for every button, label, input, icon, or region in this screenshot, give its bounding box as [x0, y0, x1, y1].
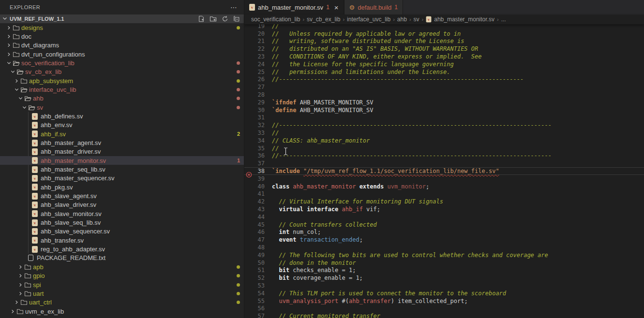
code-line-42[interactable]: 42 // Virtual Interface for monitoring D… — [244, 198, 644, 205]
tree-folder-spi[interactable]: spi — [0, 280, 244, 289]
line-number: 50 — [258, 260, 265, 266]
tree-folder-designs[interactable]: designs — [0, 23, 244, 32]
tree-file-ahb_master_agent.sv[interactable]: vahb_master_agent.sv — [0, 138, 244, 147]
code-line-38[interactable]: 38`include "/tmp/uvm_ref_flow_1.1/soc_ve… — [244, 167, 644, 175]
tree-folder-uart[interactable]: uart — [0, 289, 244, 298]
code-line-41[interactable]: 41 — [244, 190, 644, 198]
code-line-34[interactable]: 34// CLASS: ahb_master_monitor — [244, 137, 644, 145]
breadcrumb-item[interactable]: sv — [414, 16, 419, 23]
code-line-22[interactable]: 22// distributed on an "AS IS" BASIS, WI… — [244, 45, 644, 53]
code-line-26[interactable]: 26//------------------------------------… — [244, 76, 644, 84]
code-line-53[interactable]: 53 — [244, 282, 644, 289]
breadcrumb-item[interactable]: interface_uvc_lib — [347, 16, 390, 23]
tree-file-ahb_pkg.sv[interactable]: vahb_pkg.sv — [0, 183, 244, 191]
line-number: 43 — [258, 206, 265, 213]
tab-ahb-master-monitor[interactable]: v ahb_master_monitor.sv 1 × — [244, 0, 344, 14]
code-line-57[interactable]: 57 // Current monitored transfer — [244, 312, 644, 318]
tree-folder-sv_cb_ex_lib[interactable]: sv_cb_ex_lib — [0, 68, 244, 76]
code-line-45[interactable]: 45 // Count transfers collected — [244, 221, 644, 229]
tree-folder-gpio[interactable]: gpio — [0, 272, 244, 280]
tree-folder-sv[interactable]: sv — [0, 103, 244, 112]
workspace-section-header[interactable]: UVM_REF_FLOW_1.1 — [0, 14, 244, 23]
code-line-51[interactable]: 51 bit checks_enable = 1; — [244, 267, 644, 275]
code-line-33[interactable]: 33// — [244, 129, 644, 137]
code-line-29[interactable]: 29`ifndef AHB_MASTER_MONITOR_SV — [244, 99, 644, 106]
code-line-23[interactable]: 23// CONDITIONS OF ANY KIND, either expr… — [244, 53, 644, 60]
breadcrumb-item[interactable]: sv_cb_ex_lib — [307, 16, 340, 23]
tree-file-ahb_slave_agent.sv[interactable]: vahb_slave_agent.sv — [0, 191, 244, 200]
close-icon[interactable]: × — [334, 3, 339, 12]
collapse-all-icon[interactable] — [233, 15, 240, 22]
tree-folder-dvt_run_configurations[interactable]: dvt_run_configurations — [0, 50, 244, 58]
tree-folder-uart_ctrl[interactable]: uart_ctrl — [0, 298, 244, 307]
tree-file-ahb_slave_driver.sv[interactable]: vahb_slave_driver.sv — [0, 201, 244, 209]
code-line-25[interactable]: 25// permissions and limitations under t… — [244, 68, 644, 76]
tree-folder-apb_subsystem[interactable]: apb_subsystem — [0, 76, 244, 85]
code-line-56[interactable]: 56 — [244, 305, 644, 313]
refresh-icon[interactable] — [222, 15, 228, 22]
tree-file-reg_to_ahb_adapter.sv[interactable]: vreg_to_ahb_adapter.sv — [0, 245, 244, 254]
tree-file-ahb_master_seq_lib.sv[interactable]: vahb_master_seq_lib.sv — [0, 165, 244, 173]
code-line-21[interactable]: 21// writing, software distributed under… — [244, 38, 644, 45]
code-line-47[interactable]: 47 event transaction_ended; — [244, 236, 644, 244]
tree-folder-apb[interactable]: apb — [0, 262, 244, 271]
code-line-31[interactable]: 31 — [244, 114, 644, 122]
code-line-44[interactable]: 44 — [244, 213, 644, 221]
tree-item-label: ahb_master_seq_lib.sv — [41, 166, 244, 173]
new-file-icon[interactable] — [198, 15, 205, 22]
sv-file-icon: v — [32, 175, 41, 182]
breadcrumb-item[interactable]: soc_verification_lib — [251, 16, 300, 23]
tree-folder-ahb[interactable]: ahb — [0, 94, 244, 103]
code-line-37[interactable]: 37 — [244, 159, 644, 167]
tree-file-ahb_slave_seq_lib.sv[interactable]: vahb_slave_seq_lib.sv — [0, 218, 244, 227]
code-line-39[interactable]: 39 — [244, 175, 644, 183]
new-folder-icon[interactable] — [210, 15, 217, 22]
tree-file-ahb_defines.sv[interactable]: vahb_defines.sv — [0, 112, 244, 120]
explorer-header: EXPLORER ⋯ — [0, 0, 244, 14]
breadcrumb-more[interactable]: ... — [501, 16, 506, 23]
code-line-36[interactable]: 36//------------------------------------… — [244, 152, 644, 160]
code-line-32[interactable]: 32//------------------------------------… — [244, 121, 644, 129]
explorer-more-actions-icon[interactable]: ⋯ — [230, 5, 237, 10]
modified-dot-error — [237, 88, 240, 91]
code-line-50[interactable]: 50 // done in the monitor — [244, 259, 644, 267]
code-area[interactable]: 19//20// Unless required by applicable l… — [244, 14, 644, 318]
code-line-43[interactable]: 43 virtual interface ahb_if vif; — [244, 205, 644, 213]
code-line-28[interactable]: 28 — [244, 91, 644, 99]
code-line-20[interactable]: 20// Unless required by applicable law o… — [244, 30, 644, 38]
line-number: 35 — [258, 145, 265, 152]
tree-folder-uvm_e_ex_lib[interactable]: uvm_e_ex_lib — [0, 307, 244, 316]
tree-file-ahb_transfer.sv[interactable]: vahb_transfer.sv — [0, 236, 244, 245]
tree-file-ahb_master_sequencer.sv[interactable]: vahb_master_sequencer.sv — [0, 174, 244, 183]
code-line-52[interactable]: 52 bit coverage_enable = 1; — [244, 274, 644, 282]
tree-file-ahb_slave_monitor.sv[interactable]: vahb_slave_monitor.sv — [0, 209, 244, 218]
breadcrumb: soc_verification_lib›sv_cb_ex_lib›interf… — [244, 14, 644, 24]
breadcrumb-file[interactable]: ahb_master_monitor.sv — [434, 16, 494, 23]
tree-file-PACKAGE_README.txt[interactable]: PACKAGE_README.txt — [0, 254, 244, 262]
code-line-48[interactable]: 48 — [244, 244, 644, 251]
breadcrumb-item[interactable]: ahb — [397, 16, 407, 23]
code-line-35[interactable]: 35// — [244, 145, 644, 152]
tree-folder-dvt_diagrams[interactable]: dvt_diagrams — [0, 41, 244, 50]
code-line-30[interactable]: 30`define AHB_MASTER_MONITOR_SV — [244, 106, 644, 114]
line-number: 57 — [258, 313, 265, 318]
tree-folder-soc_verification_lib[interactable]: soc_verification_lib — [0, 58, 244, 67]
tree-file-ahb_slave_sequencer.sv[interactable]: vahb_slave_sequencer.sv — [0, 227, 244, 236]
code-line-24[interactable]: 24// the License for the specific langua… — [244, 60, 644, 68]
tree-file-ahb_if.sv[interactable]: vahb_if.sv2 — [0, 130, 244, 138]
code-line-49[interactable]: 49 // The following two bits are used to… — [244, 251, 644, 259]
code-line-54[interactable]: 54 // This TLM port is used to connect t… — [244, 289, 644, 297]
tree-folder-interface_uvc_lib[interactable]: interface_uvc_lib — [0, 85, 244, 94]
tree-file-ahb_env.sv[interactable]: vahb_env.sv — [0, 121, 244, 130]
tree-file-ahb_master_monitor.sv[interactable]: vahb_master_monitor.sv1 — [0, 156, 244, 165]
line-content: class ahb_master_monitor extends uvm_mon… — [272, 183, 429, 190]
code-line-46[interactable]: 46 int num_col; — [244, 229, 644, 236]
code-line-27[interactable]: 27 — [244, 83, 644, 91]
code-line-40[interactable]: 40class ahb_master_monitor extends uvm_m… — [244, 183, 644, 190]
tree-file-ahb_master_driver.sv[interactable]: vahb_master_driver.sv — [0, 147, 244, 156]
line-number: 38 — [258, 168, 265, 174]
tab-default-build[interactable]: ⚙ default.build 1 — [344, 0, 403, 14]
code-line-55[interactable]: 55 uvm_analysis_port #(ahb_transfer) ite… — [244, 297, 644, 305]
line-content: // Current monitored transfer — [272, 313, 380, 318]
tree-folder-doc[interactable]: doc — [0, 32, 244, 41]
